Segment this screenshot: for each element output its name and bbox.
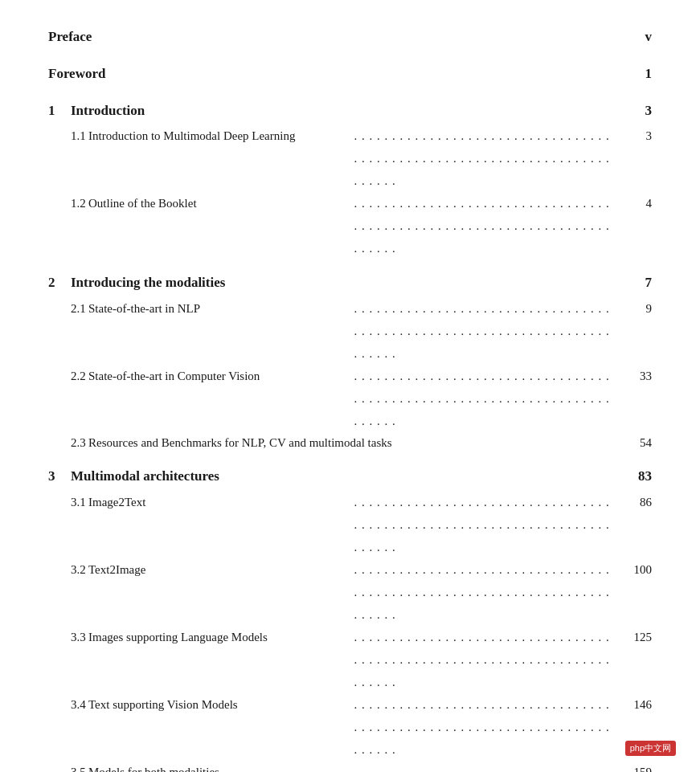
preface-page: v xyxy=(620,24,652,50)
chapter-2-title: Introducing the modalities xyxy=(71,271,620,296)
chapter-3-header: 3 Multimodal architectures 83 xyxy=(48,464,652,489)
toc-preface: Preface v xyxy=(48,24,652,50)
section-2-3-title: Resources and Benchmarks for NLP, CV and… xyxy=(88,432,392,453)
section-3-2-title: Text2Image xyxy=(88,559,351,580)
section-3-4: 3.4 Text supporting Vision Models 146 xyxy=(48,693,652,761)
section-2-2-dots xyxy=(354,365,617,432)
toc-foreword: Foreword 1 xyxy=(48,61,652,87)
section-1-2-num: 1.2 xyxy=(48,193,88,214)
section-1-1-page: 3 xyxy=(620,125,652,146)
section-1-2-page: 4 xyxy=(620,193,652,214)
section-3-3: 3.3 Images supporting Language Models 12… xyxy=(48,626,652,693)
section-3-1: 3.1 Image2Text 86 xyxy=(48,491,652,558)
section-1-2: 1.2 Outline of the Booklet 4 xyxy=(48,192,652,259)
section-3-5-dots xyxy=(354,761,617,772)
section-1-1-num: 1.1 xyxy=(48,125,88,146)
chapter-1-header: 1 Introduction 3 xyxy=(48,99,652,124)
section-2-1-dots xyxy=(354,297,617,365)
section-3-2: 3.2 Text2Image 100 xyxy=(48,558,652,626)
section-3-3-page: 125 xyxy=(620,627,652,647)
toc-chapter-2: 2 Introducing the modalities 7 2.1 State… xyxy=(48,271,652,453)
section-3-1-page: 86 xyxy=(620,492,652,513)
chapter-3-title: Multimodal architectures xyxy=(71,464,620,489)
chapter-1-title: Introduction xyxy=(71,99,620,124)
section-3-5-page: 159 xyxy=(620,762,652,772)
section-3-5: 3.5 Models for both modalities 159 xyxy=(48,761,652,772)
section-1-1-title: Introduction to Multimodal Deep Learning xyxy=(88,125,351,146)
section-2-1-num: 2.1 xyxy=(48,298,88,319)
table-of-contents: Preface v Foreword 1 1 Introduction 3 1.… xyxy=(48,24,652,772)
section-3-3-dots xyxy=(354,626,617,693)
toc-chapter-3: 3 Multimodal architectures 83 3.1 Image2… xyxy=(48,464,652,772)
section-1-2-title: Outline of the Booklet xyxy=(88,193,351,214)
section-2-3-page: 54 xyxy=(620,432,652,453)
section-3-4-num: 3.4 xyxy=(48,694,88,715)
section-3-5-num: 3.5 xyxy=(48,762,88,772)
section-2-2-num: 2.2 xyxy=(48,366,88,386)
chapter-2-num: 2 xyxy=(48,271,71,296)
section-3-2-page: 100 xyxy=(620,559,652,580)
chapter-3-page: 83 xyxy=(620,464,652,489)
chapter-2-header: 2 Introducing the modalities 7 xyxy=(48,271,652,296)
section-3-2-dots xyxy=(354,558,617,626)
section-2-2: 2.2 State-of-the-art in Computer Vision … xyxy=(48,365,652,432)
section-2-1: 2.1 State-of-the-art in NLP 9 xyxy=(48,297,652,365)
section-3-4-page: 146 xyxy=(620,694,652,715)
section-2-2-page: 33 xyxy=(620,366,652,386)
section-3-1-title: Image2Text xyxy=(88,492,351,513)
section-3-3-title: Images supporting Language Models xyxy=(88,627,351,647)
watermark-badge: php中文网 xyxy=(625,741,676,756)
section-1-2-dots xyxy=(354,192,617,259)
chapter-3-num: 3 xyxy=(48,464,71,489)
foreword-page: 1 xyxy=(620,61,652,87)
section-3-5-title: Models for both modalities xyxy=(88,762,351,772)
section-2-2-title: State-of-the-art in Computer Vision xyxy=(88,366,351,386)
toc-chapter-1: 1 Introduction 3 1.1 Introduction to Mul… xyxy=(48,99,652,260)
section-2-3-num: 2.3 xyxy=(48,432,88,453)
chapter-2-page: 7 xyxy=(620,271,652,296)
section-3-3-num: 3.3 xyxy=(48,627,88,647)
section-1-1: 1.1 Introduction to Multimodal Deep Lear… xyxy=(48,125,652,192)
foreword-title: Foreword xyxy=(48,61,620,87)
section-2-3: 2.3 Resources and Benchmarks for NLP, CV… xyxy=(48,432,652,453)
chapter-1-num: 1 xyxy=(48,99,71,124)
section-3-2-num: 3.2 xyxy=(48,559,88,580)
section-3-1-num: 3.1 xyxy=(48,492,88,513)
section-2-1-page: 9 xyxy=(620,298,652,319)
section-3-4-title: Text supporting Vision Models xyxy=(88,694,351,715)
section-3-1-dots xyxy=(354,491,617,558)
chapter-1-page: 3 xyxy=(620,99,652,124)
section-1-1-dots xyxy=(354,125,617,192)
section-2-1-title: State-of-the-art in NLP xyxy=(88,298,351,319)
section-3-4-dots xyxy=(354,693,617,761)
preface-title: Preface xyxy=(48,24,620,50)
